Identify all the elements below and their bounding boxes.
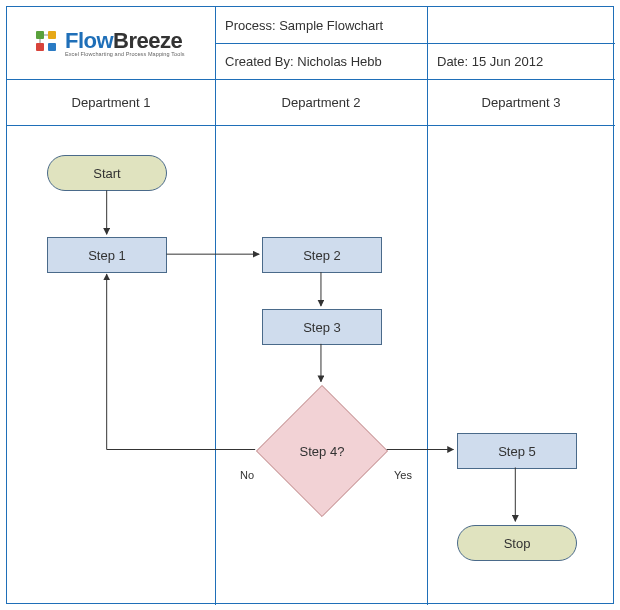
step4-decision: Step 4? [256,385,388,517]
divider [215,43,615,44]
step1-node: Step 1 [47,237,167,273]
step2-node: Step 2 [262,237,382,273]
logo-tagline: Excel Flowcharting and Process Mapping T… [65,52,185,58]
step4-label: Step 4? [300,444,345,459]
step5-node: Step 5 [457,433,577,469]
logo-text-breeze: Breeze [113,28,182,53]
flowbreeze-icon [31,29,61,59]
lane-header-2: Department 2 [282,95,361,110]
logo: FlowBreeze Excel Flowcharting and Proces… [31,29,185,59]
step2-label: Step 2 [303,248,341,263]
lane-header-3: Department 3 [482,95,561,110]
start-label: Start [93,166,120,181]
stop-node: Stop [457,525,577,561]
svg-rect-0 [36,31,44,39]
svg-rect-2 [36,43,44,51]
start-node: Start [47,155,167,191]
step3-label: Step 3 [303,320,341,335]
step5-label: Step 5 [498,444,536,459]
created-by: Created By: Nicholas Hebb [225,54,382,69]
branch-no-label: No [240,469,254,481]
lane-header-1: Department 1 [72,95,151,110]
stop-label: Stop [504,536,531,551]
swimlane-frame: FlowBreeze Excel Flowcharting and Proces… [6,6,614,604]
svg-rect-1 [48,31,56,39]
logo-text-flow: Flow [65,28,113,53]
divider [7,125,615,126]
branch-yes-label: Yes [394,469,412,481]
process-title: Process: Sample Flowchart [225,18,383,33]
step3-node: Step 3 [262,309,382,345]
date: Date: 15 Jun 2012 [437,54,543,69]
step1-label: Step 1 [88,248,126,263]
svg-rect-3 [48,43,56,51]
